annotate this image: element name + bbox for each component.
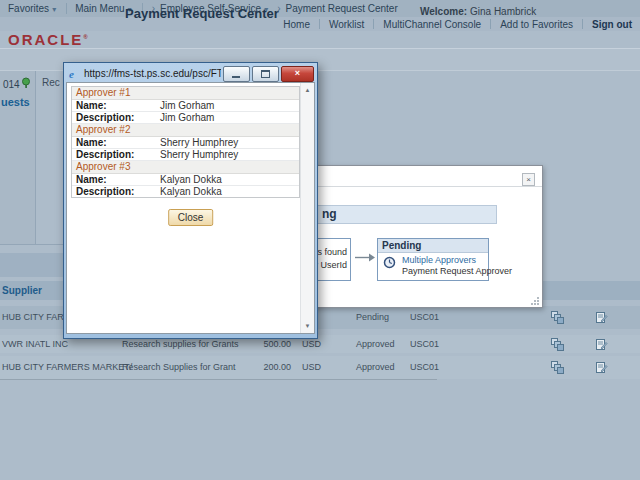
sign-out-link[interactable]: Sign out (592, 19, 632, 30)
breadcrumb-payment-request-center[interactable]: Payment Request Center (285, 3, 397, 14)
approver-section-header: Approver #1 (72, 87, 299, 100)
approver-description-row: Description: Sherry Humphrey (72, 149, 299, 161)
pending-step-body: Multiple Approvers Payment Request Appro… (378, 253, 488, 281)
popup-content: Approver #1 Name: Jim Gorham Description… (66, 82, 315, 334)
pending-step-title: Pending (378, 239, 488, 253)
close-window-button[interactable]: × (281, 66, 314, 82)
header-links-bar: Home Worklist MultiChannel Console Add t… (0, 17, 640, 31)
row-status: Approved (356, 356, 395, 379)
oracle-logo: ORACLE® (8, 31, 88, 48)
oracle-logo-text: ORACLE (8, 31, 83, 48)
separator (319, 19, 320, 29)
scroll-down-icon[interactable]: ▼ (301, 320, 314, 332)
menu-favorites-label: Favorites (8, 3, 49, 14)
popup-url-title: https://fms-tst.ps.sc.edu/psc/FTST_newwi… (84, 68, 221, 79)
grid-bottom-border (0, 379, 437, 380)
related-actions-icon[interactable] (551, 361, 564, 374)
add-to-favorites-link[interactable]: Add to Favorites (500, 19, 573, 30)
popup-title-bar[interactable]: e https://fms-tst.ps.sc.edu/psc/FTST_new… (66, 65, 315, 82)
row-supplier: HUB CITY FARMERS MARKET/ (2, 356, 132, 379)
registered-mark: ® (83, 34, 87, 40)
sidebar-date-fragment: 014 (3, 79, 20, 90)
separator (373, 19, 374, 29)
brand-bar: ORACLE® (0, 31, 640, 48)
scroll-up-icon[interactable]: ▲ (301, 84, 314, 96)
approvers-table: Approver #1 Name: Jim Gorham Description… (71, 86, 300, 198)
description-value: Jim Gorham (160, 112, 214, 123)
approver-role-label: Payment Request Approver (402, 266, 512, 276)
clock-icon (383, 256, 396, 269)
name-value: Sherry Humphrey (160, 137, 238, 148)
review-document-icon[interactable] (595, 338, 608, 351)
row-business-unit: USC01 (410, 335, 439, 353)
approver-section-header: Approver #3 (72, 161, 299, 174)
description-value: Sherry Humphrey (160, 149, 238, 160)
minimize-button[interactable] (223, 66, 250, 82)
menu-main-menu-label: Main Menu (75, 3, 124, 14)
related-actions-icon[interactable] (551, 311, 564, 324)
welcome-label: Welcome: (420, 6, 467, 17)
row-status: Pending (356, 306, 389, 329)
requests-link-fragment[interactable]: uests (1, 96, 30, 108)
close-button[interactable]: Close (168, 209, 214, 226)
description-label: Description: (76, 112, 134, 123)
description-label: Description: (76, 149, 134, 160)
approvers-popup-window: e https://fms-tst.ps.sc.edu/psc/FTST_new… (63, 62, 318, 339)
separator (582, 19, 583, 29)
name-label: Name: (76, 174, 107, 185)
pending-step-box: Pending Multiple Approvers Payment Reque… (377, 238, 489, 281)
popup-scrollbar[interactable]: ▲ ▼ (300, 83, 314, 333)
welcome-user-name: Gina Hambrick (470, 6, 536, 17)
breadcrumb-bar: Favorites▾ Main Menu▾ › Employee Self-Se… (0, 0, 640, 17)
approver-description-row: Description: Kalyan Dokka (72, 186, 299, 197)
page-title: Payment Request Center (125, 6, 279, 21)
review-document-icon[interactable] (595, 361, 608, 374)
description-value: Kalyan Dokka (160, 186, 222, 197)
approval-stage-heading-fragment: ng (322, 207, 337, 221)
row-business-unit: USC01 (410, 306, 439, 329)
worklist-link[interactable]: Worklist (329, 19, 364, 30)
recent-label-fragment: Rec (42, 77, 60, 88)
application-window: Favorites▾ Main Menu▾ › Employee Self-Se… (0, 0, 640, 480)
home-link[interactable]: Home (283, 19, 310, 30)
green-prompt-icon[interactable] (21, 77, 31, 89)
maximize-button[interactable] (252, 66, 279, 82)
internet-explorer-icon: e (69, 68, 81, 80)
row-supplier: VWR INATL INC (2, 335, 68, 353)
close-icon[interactable]: × (522, 173, 535, 186)
menu-favorites[interactable]: Favorites▾ (8, 3, 56, 14)
related-actions-icon[interactable] (551, 338, 564, 351)
row-currency: USD (302, 356, 321, 379)
row-business-unit: USC01 (410, 356, 439, 379)
resize-grip[interactable] (531, 296, 540, 305)
name-value: Kalyan Dokka (160, 174, 222, 185)
multichannel-console-link[interactable]: MultiChannel Console (383, 19, 481, 30)
row-description: Research Supplies for Grant (122, 356, 236, 379)
name-value: Jim Gorham (160, 100, 214, 111)
supplier-column-header[interactable]: Supplier (2, 281, 42, 300)
approver-description-row: Description: Jim Gorham (72, 112, 299, 124)
flow-arrow-icon (355, 251, 376, 264)
approver-name-row: Name: Kalyan Dokka (72, 174, 299, 186)
sidebar-divider (35, 71, 36, 245)
table-row: HUB CITY FARMERS MARKET/ Research Suppli… (0, 356, 640, 379)
approver-section-header: Approver #2 (72, 124, 299, 137)
separator (66, 3, 67, 14)
row-amount: 200.00 (235, 356, 291, 379)
multiple-approvers-link[interactable]: Multiple Approvers (402, 255, 476, 265)
name-label: Name: (76, 137, 107, 148)
name-label: Name: (76, 100, 107, 111)
chevron-down-icon: ▾ (52, 5, 56, 14)
approver-name-row: Name: Sherry Humphrey (72, 137, 299, 149)
review-document-icon[interactable] (595, 311, 608, 324)
menu-main-menu[interactable]: Main Menu▾ (75, 3, 131, 14)
description-label: Description: (76, 186, 134, 197)
separator (490, 19, 491, 29)
row-status: Approved (356, 335, 395, 353)
approver-name-row: Name: Jim Gorham (72, 100, 299, 112)
